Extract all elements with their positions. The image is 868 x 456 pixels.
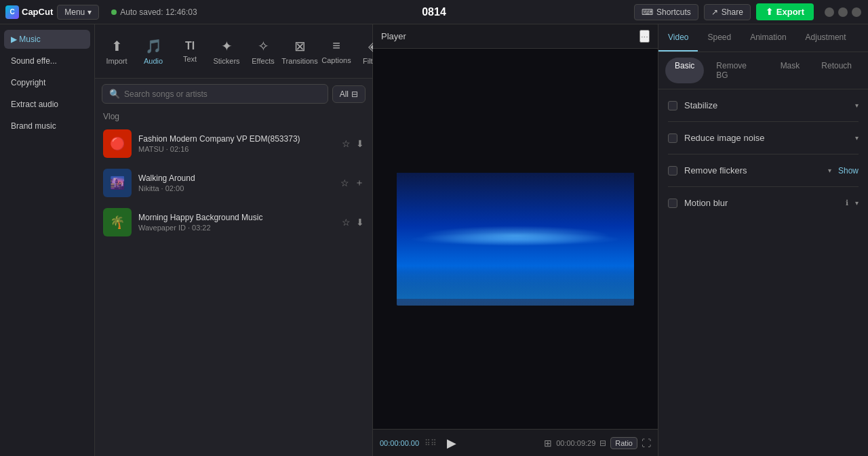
effects-icon: ✧ xyxy=(258,38,269,54)
show-button[interactable]: Show xyxy=(838,166,859,175)
player-title: Player xyxy=(381,31,406,41)
shortcuts-button[interactable]: ⌨ Shortcuts xyxy=(634,4,698,20)
export-icon: ⬆ xyxy=(766,7,773,17)
download-button[interactable]: ⬇ xyxy=(356,217,364,228)
stabilize-label: Stabilize xyxy=(684,100,848,110)
subtab-remove-bg[interactable]: Remove BG xyxy=(707,58,768,83)
stabilize-arrow[interactable]: ▾ xyxy=(855,102,859,109)
screenshot-button[interactable]: ⊞ xyxy=(544,438,552,449)
tab-video[interactable]: Video xyxy=(658,24,698,51)
track-title: Morning Happy Background Music xyxy=(138,213,335,222)
reduce-noise-checkbox[interactable] xyxy=(668,133,677,143)
shortcuts-icon: ⌨ xyxy=(642,7,653,17)
close-button[interactable] xyxy=(852,7,861,17)
sidebar-item-extract-audio[interactable]: Extract audio xyxy=(4,95,90,114)
all-filter-button[interactable]: All ⊟ xyxy=(332,85,366,103)
top-bar-left: C CapCut Menu ▾ Auto saved: 12:46:03 xyxy=(0,5,203,20)
track-thumbnail: 🌴 xyxy=(103,208,132,236)
tab-speed[interactable]: Speed xyxy=(698,24,741,51)
share-icon: ↗ xyxy=(711,7,718,17)
right-panel-tabs: Video Speed Animation Adjustment xyxy=(658,24,868,52)
tool-captions[interactable]: ≡ Captions xyxy=(319,34,354,68)
remove-flickers-arrow[interactable]: ▾ xyxy=(828,167,831,174)
export-button[interactable]: ⬆ Export xyxy=(756,3,814,20)
minimize-button[interactable] xyxy=(825,7,834,17)
property-stabilize: Stabilize ▾ xyxy=(668,100,859,110)
info-icon[interactable]: ℹ xyxy=(846,199,848,207)
remove-flickers-label: Remove flickers xyxy=(684,165,821,175)
property-remove-flickers: Remove flickers ▾ Show xyxy=(668,165,859,175)
favorite-button[interactable]: ☆ xyxy=(342,138,351,149)
section-label: Vlog xyxy=(95,109,372,124)
import-icon: ⬆ xyxy=(111,38,123,54)
player-video xyxy=(373,49,658,429)
search-box: 🔍 xyxy=(102,84,328,104)
subtab-mask[interactable]: Mask xyxy=(771,58,810,83)
menu-button[interactable]: Menu ▾ xyxy=(57,5,99,20)
tab-animation[interactable]: Animation xyxy=(741,24,795,51)
tool-text[interactable]: TI Text xyxy=(172,36,208,67)
player-header: Player ··· xyxy=(373,24,658,49)
text-icon: TI xyxy=(185,40,195,52)
sidebar-item-music[interactable]: ▶ Music xyxy=(4,30,90,49)
project-id: 0814 xyxy=(422,6,446,18)
tool-import[interactable]: ⬆ Import xyxy=(99,34,134,69)
favorite-button[interactable]: ☆ xyxy=(340,177,349,189)
tool-audio[interactable]: 🎵 Audio xyxy=(136,34,171,69)
download-button[interactable]: ⬇ xyxy=(356,138,364,149)
track-title: Fashion Modern Company VP EDM(853373) xyxy=(138,134,335,144)
list-item[interactable]: 🌆 Walking Around Nikitta · 02:00 ☆ ＋ xyxy=(95,163,372,203)
sidebar-item-brand-music[interactable]: Brand music xyxy=(4,117,90,136)
stabilize-checkbox[interactable] xyxy=(668,101,677,110)
divider xyxy=(668,121,859,122)
track-actions: ☆ ⬇ xyxy=(342,138,364,149)
logo: C CapCut xyxy=(5,5,53,19)
play-button[interactable]: ▶ xyxy=(442,434,461,453)
mid-panel: ⬆ Import 🎵 Audio TI Text ✦ Stickers ✧ Ef… xyxy=(95,24,373,456)
right-panel: Video Speed Animation Adjustment Basic R… xyxy=(658,24,868,456)
properties-panel: Stabilize ▾ Reduce image noise ▾ Remove … xyxy=(658,89,868,219)
divider xyxy=(668,154,859,154)
reduce-noise-arrow[interactable]: ▾ xyxy=(855,134,859,142)
list-item[interactable]: 🌴 Morning Happy Background Music Wavepap… xyxy=(95,203,372,242)
tab-adjustment[interactable]: Adjustment xyxy=(796,24,856,51)
track-meta: MATSU · 02:16 xyxy=(138,145,335,153)
subtab-retouch[interactable]: Retouch xyxy=(812,58,861,83)
top-bar: C CapCut Menu ▾ Auto saved: 12:46:03 081… xyxy=(0,0,868,24)
add-to-track-button[interactable]: ＋ xyxy=(355,177,364,189)
tool-effects[interactable]: ✧ Effects xyxy=(245,34,281,69)
transitions-icon: ⊠ xyxy=(294,38,306,54)
audio-icon: 🎵 xyxy=(145,38,162,54)
motion-blur-checkbox[interactable] xyxy=(668,199,677,208)
motion-blur-label: Motion blur xyxy=(684,198,836,208)
video-preview xyxy=(397,173,634,306)
ratio-button[interactable]: Ratio xyxy=(610,437,637,449)
sidebar-item-sound-effects[interactable]: Sound effe... xyxy=(4,51,90,70)
list-item[interactable]: 🔴 Fashion Modern Company VP EDM(853373) … xyxy=(95,124,372,163)
window-controls xyxy=(825,7,861,17)
search-input[interactable] xyxy=(124,89,321,99)
track-actions: ☆ ⬇ xyxy=(342,217,364,228)
captions-icon: ≡ xyxy=(332,38,340,54)
subtab-basic[interactable]: Basic xyxy=(665,58,704,83)
favorite-button[interactable]: ☆ xyxy=(342,217,351,228)
property-reduce-noise: Reduce image noise ▾ xyxy=(668,133,859,143)
track-meta: Wavepaper ID · 03:22 xyxy=(138,224,335,232)
reduce-noise-label: Reduce image noise xyxy=(684,133,848,143)
motion-blur-arrow[interactable]: ▾ xyxy=(855,199,859,207)
fullscreen-button[interactable]: ⛶ xyxy=(642,438,651,449)
track-info: Fashion Modern Company VP EDM(853373) MA… xyxy=(138,134,335,153)
maximize-button[interactable] xyxy=(838,7,848,17)
player-menu-button[interactable]: ··· xyxy=(639,30,650,43)
stickers-icon: ✦ xyxy=(221,38,233,54)
tool-stickers[interactable]: ✦ Stickers xyxy=(209,34,244,69)
remove-flickers-checkbox[interactable] xyxy=(668,166,677,175)
property-motion-blur: Motion blur ℹ ▾ xyxy=(668,198,859,208)
share-button[interactable]: ↗ Share xyxy=(704,4,751,20)
sidebar-item-copyright[interactable]: Copyright xyxy=(4,73,90,92)
track-info: Walking Around Nikitta · 02:00 xyxy=(138,173,334,192)
logo-icon: C xyxy=(5,5,19,19)
top-bar-right: ⌨ Shortcuts ↗ Share ⬆ Export xyxy=(634,3,868,20)
tool-transitions[interactable]: ⊠ Transitions xyxy=(282,34,317,69)
divider xyxy=(668,186,859,187)
